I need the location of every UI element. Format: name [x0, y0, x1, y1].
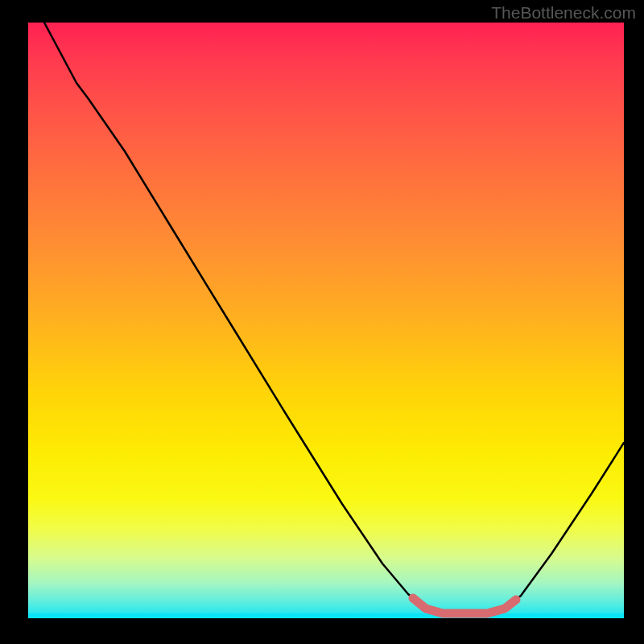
bottleneck-curve	[44, 23, 624, 614]
sweet-spot-marker	[413, 598, 516, 613]
watermark-text: TheBottleneck.com	[491, 3, 636, 23]
chart-container: TheBottleneck.com	[0, 0, 644, 644]
plot-area	[28, 23, 624, 618]
curve-layer	[28, 23, 624, 618]
